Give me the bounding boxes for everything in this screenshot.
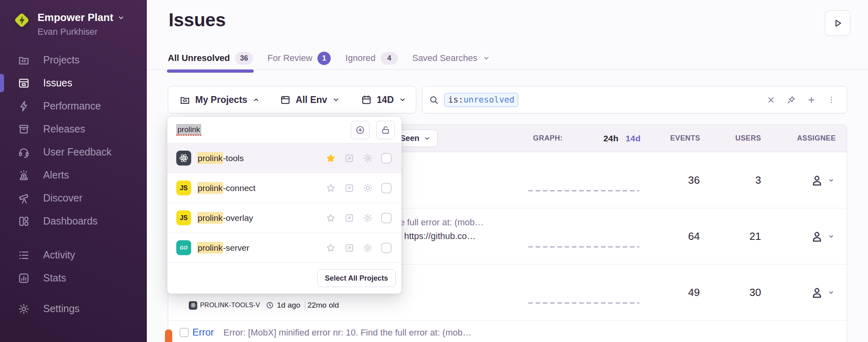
project-checkbox[interactable] — [381, 243, 392, 253]
sidebar-item-label: Projects — [43, 54, 79, 66]
main-content: Issues All Unresolved 36 For Review 1 Ig… — [147, 0, 868, 342]
project-checkbox[interactable] — [381, 213, 392, 223]
sidebar-item-label: Activity — [43, 249, 75, 261]
open-in-new-icon[interactable] — [344, 213, 355, 223]
graph-period-14d-toggle[interactable]: 14d — [626, 125, 641, 152]
project-search-input[interactable]: prolink — [176, 124, 201, 136]
sidebar-item-dashboards[interactable]: Dashboards — [0, 210, 147, 233]
project-option-prolink-server[interactable]: GO prolink-server — [167, 233, 401, 263]
select-all-projects-button[interactable]: Select All Projects — [317, 269, 396, 287]
chevron-down-icon — [482, 54, 490, 62]
sidebar: Empower Plant Evan Purkhiser Projects Is… — [0, 0, 147, 342]
issue-select-checkbox[interactable] — [179, 328, 189, 337]
last-seen: 1d ago — [277, 301, 300, 310]
issue-row[interactable]: Error Error: [MobX] minified error nr: 1… — [168, 321, 847, 342]
tab-all-unresolved[interactable]: All Unresolved 36 — [168, 46, 253, 70]
tab-label: All Unresolved — [168, 53, 230, 63]
gear-icon[interactable] — [363, 183, 373, 193]
star-icon[interactable] — [326, 213, 336, 223]
releases-icon — [18, 123, 30, 135]
unlock-filter-button[interactable] — [376, 121, 395, 139]
activity-list-icon — [18, 249, 30, 261]
project-checkbox[interactable] — [381, 153, 392, 164]
events-count: 49 — [688, 264, 700, 320]
folder-code-icon — [179, 94, 190, 105]
error-level-bar — [165, 329, 172, 342]
open-in-new-icon[interactable] — [344, 243, 355, 253]
gear-icon[interactable] — [363, 243, 373, 253]
project-name-rest: -tools — [223, 153, 244, 163]
column-header-users: USERS — [735, 125, 761, 152]
column-header-assignee: ASSIGNEE — [790, 125, 843, 152]
sidebar-item-settings[interactable]: Settings — [0, 297, 147, 320]
gear-icon[interactable] — [363, 213, 373, 223]
chevron-down-icon — [117, 14, 125, 22]
headset-icon — [18, 146, 30, 158]
sidebar-item-discover[interactable]: Discover — [0, 187, 147, 210]
star-icon[interactable] — [326, 153, 336, 164]
replay-play-button[interactable] — [825, 10, 850, 36]
search-match-highlight: prolink — [197, 242, 223, 254]
user-name: Evan Purkhiser — [38, 27, 125, 37]
open-in-new-icon[interactable] — [344, 183, 355, 193]
electron-platform-icon — [176, 151, 191, 166]
tab-ignored[interactable]: Ignored 4 — [345, 46, 398, 70]
sidebar-item-user-feedback[interactable]: User Feedback — [0, 141, 147, 164]
add-project-button[interactable] — [351, 121, 369, 139]
search-token[interactable]: is:unresolved — [444, 93, 518, 107]
issue-title-fragment: e full error at: (mob… — [400, 217, 484, 228]
tab-saved-searches[interactable]: Saved Searches — [412, 46, 490, 70]
go-platform-icon: GO — [176, 240, 191, 255]
overflow-menu-icon[interactable] — [827, 95, 836, 104]
environment-filter-button[interactable]: All Env — [280, 94, 340, 105]
sidebar-item-label: Alerts — [43, 169, 69, 181]
project-filter-button[interactable]: My Projects — [179, 94, 260, 105]
electron-platform-icon — [189, 301, 197, 310]
issue-tabs: All Unresolved 36 For Review 1 Ignored 4… — [168, 46, 490, 70]
star-icon[interactable] — [326, 243, 336, 253]
page-title: Issues — [169, 9, 225, 31]
plus-icon[interactable] — [807, 95, 816, 105]
sidebar-item-activity[interactable]: Activity — [0, 243, 147, 266]
date-range-filter-button[interactable]: 14D — [361, 94, 407, 105]
atom-icon — [190, 302, 196, 308]
close-icon[interactable] — [766, 95, 776, 105]
project-option-prolink-tools[interactable]: prolink-tools — [167, 143, 401, 173]
project-name: prolink-tools — [197, 153, 244, 163]
assignee-button[interactable] — [798, 264, 847, 320]
sidebar-nav: Projects Issues Performance Releases Use… — [0, 48, 147, 320]
search-match-highlight: prolink — [197, 152, 223, 164]
open-in-new-icon[interactable] — [344, 153, 355, 164]
project-search-row: prolink — [167, 117, 401, 143]
project-dropdown-footer: Select All Projects — [167, 263, 401, 294]
project-row-actions — [326, 213, 392, 223]
sidebar-item-projects[interactable]: Projects — [0, 48, 147, 71]
project-option-prolink-overlay[interactable]: JS prolink-overlay — [167, 203, 401, 233]
sidebar-item-alerts[interactable]: Alerts — [0, 164, 147, 187]
issue-error-type-link[interactable]: Error — [192, 327, 214, 338]
project-checkbox[interactable] — [381, 183, 392, 193]
javascript-platform-icon: JS — [176, 180, 191, 195]
org-switcher[interactable]: Empower Plant Evan Purkhiser — [12, 10, 125, 37]
tab-count-badge: 4 — [381, 52, 398, 65]
graph-period-24h-toggle[interactable]: 24h — [603, 125, 618, 152]
sidebar-item-performance[interactable]: Performance — [0, 94, 147, 117]
atom-icon — [178, 153, 189, 164]
chevron-down-icon — [828, 177, 835, 184]
chevron-down-icon — [332, 96, 340, 104]
project-option-prolink-connect[interactable]: JS prolink-connect — [167, 173, 401, 203]
issue-search-input[interactable]: is:unresolved — [422, 86, 847, 113]
star-icon[interactable] — [326, 183, 336, 193]
assignee-button[interactable] — [798, 152, 847, 208]
sidebar-item-label: Issues — [43, 77, 72, 89]
pin-icon[interactable] — [787, 95, 796, 105]
gear-icon[interactable] — [363, 153, 373, 164]
issue-meta: PROLINK-TOOLS-V 1d ago 22mo old — [189, 301, 339, 310]
tab-count-badge: 1 — [317, 52, 331, 65]
sidebar-item-issues[interactable]: Issues — [0, 71, 147, 94]
sidebar-item-stats[interactable]: Stats — [0, 266, 147, 290]
tab-for-review[interactable]: For Review 1 — [267, 46, 331, 70]
gear-icon — [18, 303, 30, 315]
assignee-button[interactable] — [798, 208, 847, 264]
sidebar-item-releases[interactable]: Releases — [0, 117, 147, 141]
